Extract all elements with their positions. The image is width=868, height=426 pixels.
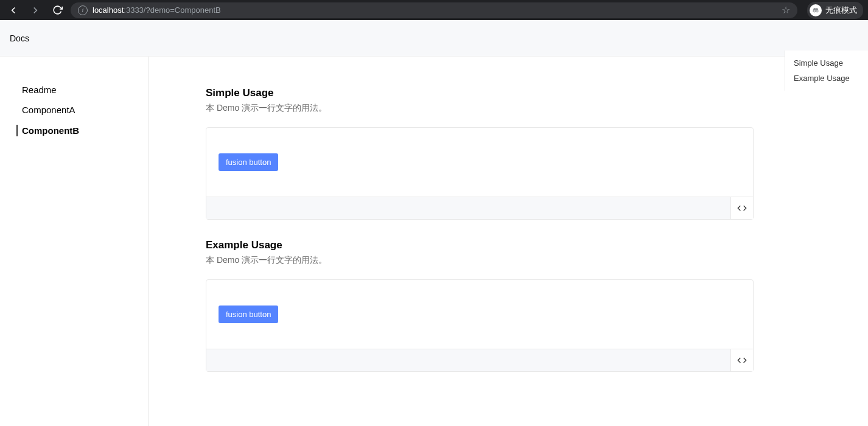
code-icon xyxy=(737,355,747,365)
sidebar-item-componenta[interactable]: ComponentA xyxy=(0,100,148,120)
demo-section-example-usage: Example Usage 本 Demo 演示一行文字的用法。 fusion b… xyxy=(206,239,754,372)
demo-footer xyxy=(206,349,753,371)
demo-description: 本 Demo 演示一行文字的用法。 xyxy=(206,103,754,114)
fusion-button[interactable]: fusion button xyxy=(219,306,278,323)
url-text: localhost:3333/?demo=ComponentB xyxy=(93,5,221,15)
site-info-icon[interactable]: i xyxy=(78,5,88,15)
demo-description: 本 Demo 演示一行文字的用法。 xyxy=(206,255,754,266)
demo-box: fusion button xyxy=(206,279,754,372)
fusion-button[interactable]: fusion button xyxy=(219,153,278,171)
main-content: Simple Usage 本 Demo 演示一行文字的用法。 fusion bu… xyxy=(149,57,868,426)
demo-section-simple-usage: Simple Usage 本 Demo 演示一行文字的用法。 fusion bu… xyxy=(206,87,754,220)
back-button[interactable] xyxy=(5,2,22,19)
demo-preview: fusion button xyxy=(206,128,753,197)
forward-button[interactable] xyxy=(27,2,44,19)
sidebar: Readme ComponentA ComponentB xyxy=(0,57,149,426)
sidebar-item-readme[interactable]: Readme xyxy=(0,80,148,100)
sidebar-item-componentb[interactable]: ComponentB xyxy=(0,120,148,141)
browser-toolbar: i localhost:3333/?demo=ComponentB ☆ 无痕模式 xyxy=(0,0,868,20)
app-header: Docs xyxy=(0,20,868,57)
address-bar[interactable]: i localhost:3333/?demo=ComponentB ☆ xyxy=(71,2,797,18)
toc-item-simple-usage[interactable]: Simple Usage xyxy=(785,55,868,71)
toc-item-example-usage[interactable]: Example Usage xyxy=(785,71,868,86)
demo-title: Simple Usage xyxy=(206,87,754,99)
table-of-contents: Simple Usage Example Usage xyxy=(785,51,868,91)
incognito-icon xyxy=(810,4,822,16)
incognito-label: 无痕模式 xyxy=(825,5,857,16)
code-icon xyxy=(737,203,747,213)
demo-preview: fusion button xyxy=(206,280,753,349)
svg-point-0 xyxy=(813,10,816,12)
demo-footer xyxy=(206,197,753,219)
code-toggle-button[interactable] xyxy=(730,197,753,219)
incognito-badge[interactable]: 无痕模式 xyxy=(807,2,863,19)
demo-title: Example Usage xyxy=(206,239,754,251)
demo-box: fusion button xyxy=(206,127,754,220)
reload-button[interactable] xyxy=(49,2,66,19)
svg-point-1 xyxy=(816,10,819,12)
code-toggle-button[interactable] xyxy=(730,349,753,371)
app-title: Docs xyxy=(10,33,29,43)
bookmark-star-icon[interactable]: ☆ xyxy=(782,4,790,16)
